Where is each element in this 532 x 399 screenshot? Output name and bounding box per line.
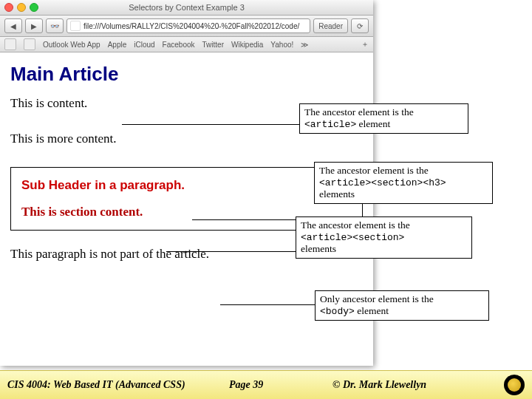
bookmark-item[interactable]: Facebook [163,41,195,49]
forward-button[interactable]: ▶ [25,18,43,33]
callout-box: Only ancestor element is the <body> elem… [315,290,489,321]
page-number: Page 39 [229,379,263,391]
minimize-icon[interactable] [17,3,26,12]
callout-code: <article><section><h3> [319,177,446,188]
callout-text: element [355,305,389,316]
sub-header: Sub Header in a paragraph. [21,178,352,193]
bookmarks-bar: Outlook Web App Apple iCloud Facebook Tw… [0,37,373,52]
callout-text: The ancestor element is the [304,106,414,117]
leader-line [166,251,296,252]
bookmark-item[interactable]: Wikipedia [231,41,263,49]
toolbar: ◀ ▶ 👓 file:///Volumes/RALLY2/CIS%204004%… [0,16,373,37]
url-bar[interactable]: file:///Volumes/RALLY2/CIS%204004%20-%20… [66,18,310,33]
bookmark-item[interactable]: Outlook Web App [43,41,100,49]
callout-text: Only ancestor element is the [320,293,434,304]
bookmark-more-icon[interactable]: ≫ [301,41,308,49]
callout-text: The ancestor element is the [319,165,429,176]
author-label: © Dr. Mark Llewellyn [332,379,426,391]
callout-box: The ancestor element is the <article> el… [299,103,468,134]
callout-text: The ancestor element is the [301,219,410,231]
callout-box: The ancestor element is the <article><se… [296,216,472,259]
favicon-icon [70,21,81,31]
callout-code: <body> [320,306,355,317]
slide-footer: CIS 4004: Web Based IT (Advanced CSS) Pa… [0,370,532,399]
back-button[interactable]: ◀ [4,18,22,33]
callout-text: elements [301,243,336,254]
leader-line [122,124,299,125]
callout-code: <article> [304,119,356,130]
course-label: CIS 4004: Web Based IT (Advanced CSS) [0,379,185,391]
titlebar: Selectors by Context Example 3 [0,0,373,16]
refresh-icon[interactable]: ⟳ [351,18,369,33]
ucf-logo-icon [504,375,525,395]
leader-line [220,304,315,305]
window-title: Selectors by Context Example 3 [0,3,373,12]
callout-code: <article><section> [301,232,404,243]
bookmark-item[interactable]: Yahoo! [270,41,293,49]
traffic-lights [4,3,38,12]
bookmark-item[interactable]: Apple [108,41,127,49]
callout-text: element [356,118,390,129]
add-bookmark-icon[interactable]: ＋ [361,39,369,50]
topsite-icon[interactable] [24,38,35,50]
page-title: Main Article [10,63,363,86]
bookmarks-menu-icon[interactable] [4,38,16,50]
reading-list-icon[interactable]: 👓 [46,18,64,33]
url-text: file:///Volumes/RALLY2/CIS%204004%20-%20… [83,22,299,30]
callout-text: elements [319,188,355,200]
bookmark-item[interactable]: iCloud [134,41,154,49]
zoom-icon[interactable] [30,3,38,12]
callout-box: The ancestor element is the <article><se… [314,162,493,204]
reader-button[interactable]: Reader [313,18,348,33]
close-icon[interactable] [4,3,13,12]
bookmark-item[interactable]: Twitter [202,41,224,49]
